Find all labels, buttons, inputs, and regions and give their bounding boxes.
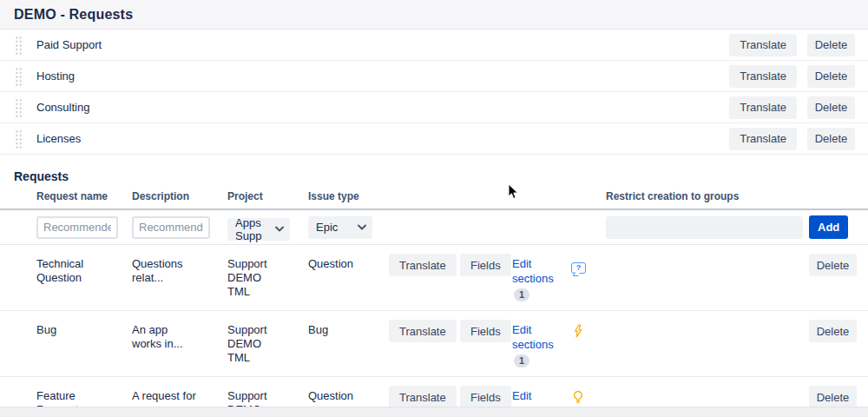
delete-button[interactable]: Delete [807,34,855,56]
sections-count-badge: 1 [514,288,529,301]
section-row-hosting: Hosting Translate Delete [0,61,868,92]
delete-button[interactable]: Delete [809,320,857,342]
drag-handle-icon[interactable] [14,66,22,86]
section-name: Licenses [36,132,81,145]
request-project: Support DEMO TML [227,323,281,365]
drag-handle-icon[interactable] [14,129,22,149]
sections-list: Paid Support Translate Delete Hosting Tr… [0,30,868,155]
section-row-consulting: Consulting Translate Delete [0,92,868,123]
section-row-licenses: Licenses Translate Delete [0,123,868,155]
sections-count-badge: 1 [514,354,529,367]
request-row-bug: Bug An app works in... Support DEMO TML … [0,311,868,377]
translate-button[interactable]: Translate [389,254,457,276]
restrict-groups-input[interactable] [606,216,803,239]
requests-heading: Requests [14,169,868,183]
column-header-description: Description [132,190,227,202]
request-name: Bug [36,323,101,337]
drag-handle-icon[interactable] [14,35,22,55]
delete-button[interactable]: Delete [809,254,857,276]
request-row-technical-question: Technical Question Questions relat... Su… [0,245,868,311]
issue-type-select-value: Epic [316,221,338,234]
add-button[interactable]: Add [809,215,848,239]
request-issue-type: Question [308,389,353,402]
column-header-request-name: Request name [36,190,132,202]
description-input[interactable] [132,216,210,239]
fields-button[interactable]: Fields [460,254,511,276]
translate-button[interactable]: Translate [729,34,797,56]
request-name-input[interactable] [36,216,118,239]
question-bubble-icon: ? [571,262,586,274]
project-select-value: Apps Supp [235,216,271,242]
bottom-scroll-strip [0,407,868,417]
delete-button[interactable]: Delete [807,65,855,88]
drag-handle-icon[interactable] [14,97,22,117]
request-description: Questions relat... [132,257,196,285]
chevron-down-icon [275,226,284,232]
table-header-row: Request name Description Project Issue t… [0,190,868,210]
add-request-form-row: Apps Supp Epic Add [0,210,868,245]
delete-button[interactable]: Delete [809,386,857,408]
page-title: DEMO - Requests [14,7,133,23]
project-select[interactable]: Apps Supp [227,218,290,241]
translate-button[interactable]: Translate [389,320,457,342]
lightning-bolt-icon [571,324,585,339]
section-name: Hosting [36,70,75,83]
column-header-issue-type: Issue type [308,190,389,202]
column-header-restrict-groups: Restrict creation to groups [606,190,809,202]
app-window: DEMO - Requests Paid Support Translate D… [0,0,868,417]
request-issue-type: Question [308,257,353,270]
section-row-paid-support: Paid Support Translate Delete [0,30,868,61]
request-project: Support DEMO TML [227,257,281,299]
translate-button[interactable]: Translate [729,128,797,150]
delete-button[interactable]: Delete [807,96,855,119]
column-header-project: Project [227,190,308,202]
delete-button[interactable]: Delete [807,128,855,150]
translate-button[interactable]: Translate [729,96,797,119]
translate-button[interactable]: Translate [729,65,797,88]
section-name: Paid Support [36,38,102,51]
chevron-down-icon [358,224,366,230]
lightbulb-icon [571,390,585,405]
fields-button[interactable]: Fields [460,320,511,342]
issue-type-select[interactable]: Epic [308,216,372,239]
request-issue-type: Bug [308,323,328,336]
translate-button[interactable]: Translate [389,386,457,408]
title-bar: DEMO - Requests [0,0,868,30]
request-name: Technical Question [36,257,101,285]
edit-sections-link[interactable]: Edit sections [512,320,559,352]
section-name: Consulting [36,101,89,114]
request-description: An app works in... [132,323,196,351]
fields-button[interactable]: Fields [460,386,511,408]
edit-sections-link[interactable]: Edit sections [512,254,559,286]
